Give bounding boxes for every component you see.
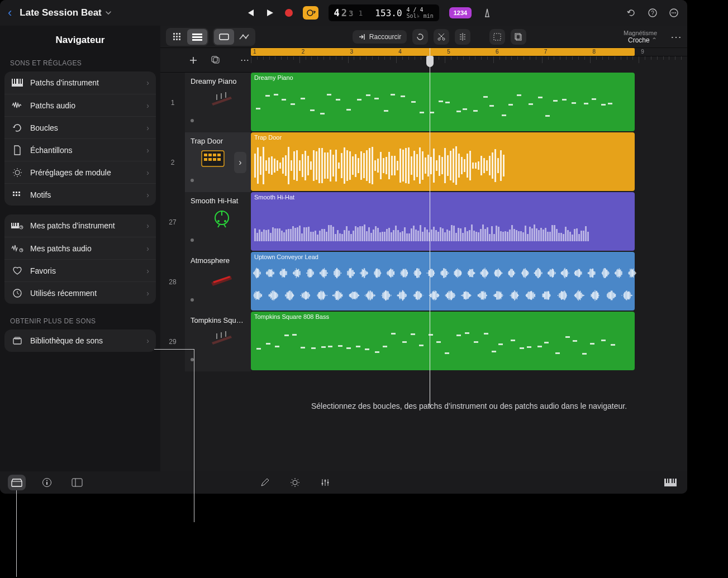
split-tool-button[interactable]	[455, 29, 470, 45]
sidebar-item[interactable]: Bibliothèque de sons ›	[4, 329, 156, 352]
svg-rect-1250	[624, 294, 624, 298]
svg-rect-438	[488, 273, 488, 274]
track-header-more-icon[interactable]: ⋯	[239, 54, 251, 66]
sidebar-item[interactable]: Mes patchs audio ›	[4, 237, 156, 259]
svg-rect-1211	[598, 295, 599, 296]
loop-tool-button[interactable]	[412, 29, 428, 45]
more-icon[interactable]	[668, 7, 679, 18]
view-tracks-button[interactable]	[187, 29, 207, 45]
sidebar-item[interactable]: Patchs d’instrument ›	[4, 71, 156, 94]
svg-rect-542	[554, 273, 555, 273]
svg-rect-883	[389, 293, 389, 297]
project-title[interactable]: Late Session Beat	[20, 7, 111, 18]
track-lane[interactable]: Smooth Hi-Hat	[251, 192, 687, 252]
svg-rect-100	[272, 269, 272, 278]
track-enter-button[interactable]: ›	[234, 152, 246, 173]
sidebar-item[interactable]: Utilisés récemment ›	[4, 281, 156, 304]
track-header[interactable]: 2 Trap Door ›	[160, 132, 251, 192]
svg-rect-459	[501, 273, 502, 274]
automation-view-button[interactable]	[234, 29, 254, 45]
svg-rect-534	[549, 270, 550, 275]
snap-title: Magnétisme	[624, 30, 657, 36]
keyboard-button[interactable]	[662, 475, 679, 490]
ruler[interactable]: 123456789	[251, 48, 687, 73]
editor-plugin-button[interactable]	[286, 475, 304, 490]
svg-rect-581	[579, 269, 580, 277]
svg-rect-680	[259, 291, 259, 299]
sidebar-item[interactable]: Favoris ›	[4, 259, 156, 281]
lcd-display[interactable]: 423 1 153.0 4 / 4 Sol♭ min	[329, 4, 439, 21]
svg-rect-1263	[632, 295, 632, 295]
sidebar-item[interactable]: Motifs ›	[4, 183, 156, 206]
playhead-handle[interactable]	[426, 56, 434, 67]
svg-rect-1176	[576, 293, 577, 298]
snap-menu[interactable]: Magnétisme Croche ⌃	[624, 30, 660, 44]
track-lane[interactable]: Uptown Conveyor Lead	[251, 252, 687, 312]
svg-rect-417	[474, 273, 475, 274]
svg-rect-757	[308, 292, 308, 299]
track-header[interactable]: 28 Atmosphere ›	[160, 252, 251, 312]
inspector-toggle-button[interactable]	[38, 475, 56, 490]
region-clip[interactable]: Tompkins Square 808 Bass	[251, 312, 635, 370]
editor-mixer-button[interactable]	[316, 475, 334, 490]
svg-rect-430	[483, 270, 483, 276]
track-lane[interactable]: Trap Door	[251, 132, 687, 192]
play-button[interactable]	[265, 8, 275, 18]
toolbar-more-icon[interactable]: ⋯	[670, 30, 682, 44]
track-lane[interactable]: Tompkins Square 808 Bass	[251, 312, 687, 371]
record-button[interactable]	[285, 9, 293, 17]
svg-rect-1049	[495, 294, 496, 297]
track-header[interactable]: 1 Dreamy Piano ›	[160, 73, 251, 132]
svg-point-43	[442, 38, 445, 40]
clip-name: Tompkins Square 808 Bass	[254, 313, 631, 320]
scissors-tool-button[interactable]	[434, 29, 449, 45]
svg-rect-371	[445, 269, 446, 277]
metronome-icon[interactable]	[482, 7, 493, 18]
svg-rect-1055	[499, 292, 499, 299]
svg-rect-637	[615, 271, 616, 274]
svg-rect-645	[620, 269, 621, 276]
svg-rect-977	[449, 293, 449, 299]
track-lane[interactable]: Dreamy Piano	[251, 73, 687, 132]
view-mixer-button[interactable]	[167, 29, 187, 45]
copy-tool-button[interactable]	[511, 29, 526, 45]
sidebar-item[interactable]: Boucles ›	[4, 116, 156, 138]
help-icon[interactable]: ?	[647, 7, 658, 18]
region-clip[interactable]: Uptown Conveyor Lead	[251, 252, 635, 311]
back-button[interactable]: ‹	[8, 6, 12, 20]
svg-rect-798	[334, 294, 335, 297]
count-in-button[interactable]: 1234	[449, 7, 472, 18]
browser-toggle-button[interactable]	[8, 475, 26, 490]
duplicate-track-button[interactable]	[210, 54, 222, 66]
track-number: 28	[160, 252, 185, 312]
svg-rect-583	[581, 272, 581, 275]
region-view-button[interactable]	[214, 29, 234, 45]
svg-rect-956	[435, 291, 436, 299]
rewind-button[interactable]	[245, 8, 255, 18]
region-clip[interactable]: Smooth Hi-Hat	[251, 192, 635, 251]
svg-rect-1157	[564, 290, 564, 300]
svg-rect-1247	[622, 295, 622, 295]
add-track-button[interactable]	[187, 54, 199, 66]
cycle-button[interactable]	[303, 6, 318, 20]
svg-rect-226	[352, 270, 353, 276]
svg-rect-386	[455, 271, 455, 275]
region-clip[interactable]: Trap Door	[251, 132, 635, 191]
region-clip[interactable]: Dreamy Piano	[251, 73, 635, 131]
trim-tool-button[interactable]: Raccourcir	[353, 30, 407, 44]
sidebar-item[interactable]: Préréglages de module ›	[4, 161, 156, 183]
sidebar-item[interactable]: Échantillons ›	[4, 138, 156, 161]
svg-rect-563	[568, 273, 568, 274]
sidebar-item[interactable]: Mes patchs d’instrument ›	[4, 214, 156, 237]
svg-rect-139	[297, 270, 297, 276]
undo-icon[interactable]	[626, 7, 637, 18]
track-header[interactable]: 29 Tompkins Squ… ›	[160, 312, 251, 371]
track-header[interactable]: 27 Smooth Hi-Hat ›	[160, 192, 251, 252]
editor-pencil-button[interactable]	[256, 475, 274, 490]
sidebar-item[interactable]: Patchs audio ›	[4, 94, 156, 116]
svg-rect-185	[326, 270, 327, 276]
marquee-tool-button[interactable]	[489, 29, 505, 45]
svg-rect-1062	[503, 295, 504, 296]
playhead[interactable]	[430, 48, 430, 408]
library-toggle-button[interactable]	[68, 475, 86, 490]
